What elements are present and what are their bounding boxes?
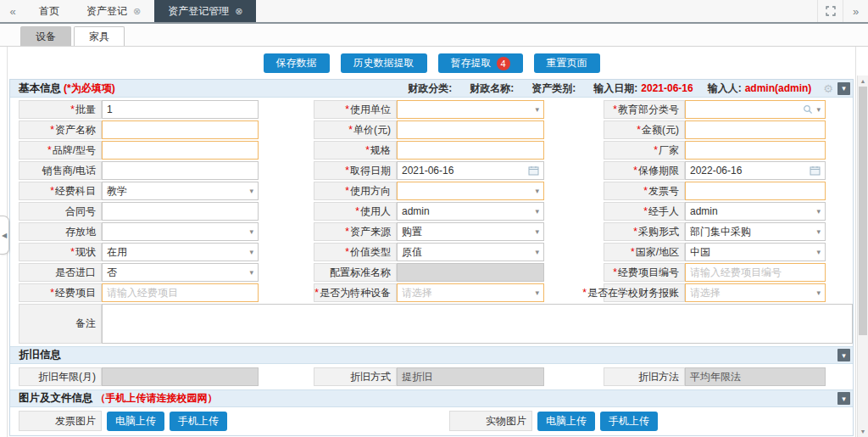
- funding-project-input[interactable]: [102, 283, 259, 302]
- asset-name-input[interactable]: [102, 120, 259, 139]
- chevron-down-icon: ▾: [535, 248, 539, 256]
- expand-tabs-right-icon[interactable]: »: [843, 0, 868, 22]
- calendar-icon[interactable]: [810, 165, 821, 176]
- purchase-method-select[interactable]: 部门集中采购▾: [685, 222, 826, 241]
- basic-info-form: *批量 *使用单位 ▾ *教育部分类号 ▾: [10, 98, 853, 344]
- contract-no-input[interactable]: [102, 202, 259, 221]
- reset-page-button[interactable]: 重置页面: [534, 53, 600, 73]
- asset-source-label: *资产来源: [314, 222, 397, 241]
- tab-asset-register[interactable]: 资产登记 ⊗: [73, 0, 154, 22]
- chevron-down-icon: ▾: [816, 248, 821, 256]
- form-row: *品牌/型号 *规格 *厂家: [19, 141, 853, 160]
- form-row: *现状 在用▾ *价值类型 原值▾ *国家/地区 中国▾: [19, 243, 853, 261]
- files-header: 图片及文件信息 （手机上传请连接校园网） ▾: [10, 389, 853, 407]
- form-row: 折旧年限(月) 折旧方式 提折旧 折旧方法 平均年限法: [19, 367, 853, 386]
- tab-home[interactable]: 首页: [25, 0, 73, 22]
- asset-registration-screen: « 首页 资产登记 ⊗ 资产登记管理 ⊗ » 设备 家具 保存数据: [0, 0, 868, 437]
- funding-project-no-label: *经费项目编号: [604, 263, 685, 282]
- config-standard-name-label: 配置标准名称: [314, 263, 397, 282]
- current-status-label: *现状: [19, 243, 102, 261]
- is-special-equipment-label: *是否为特种设备: [314, 283, 397, 302]
- form-panel: 基本信息 (*为必填项) 财政分类: 财政名称: 资产类别: 输入日期:2021…: [9, 79, 854, 436]
- edu-category-code-select[interactable]: ▾: [685, 100, 826, 119]
- remark-row: 备注: [19, 304, 853, 344]
- funding-subject-select[interactable]: 教学▾: [102, 182, 259, 200]
- chevron-left-icon: ◀: [2, 232, 7, 239]
- invoice-pc-upload-button[interactable]: 电脑上传: [107, 412, 164, 431]
- is-school-finance-reimburse-select[interactable]: 请选择▾: [685, 283, 826, 302]
- remark-input[interactable]: [102, 304, 853, 344]
- tab-asset-register-manage[interactable]: 资产登记管理 ⊗: [154, 0, 256, 22]
- using-unit-select[interactable]: ▾: [397, 100, 544, 119]
- gear-icon[interactable]: ⚙: [823, 82, 833, 95]
- specification-input[interactable]: [397, 141, 544, 160]
- save-data-button[interactable]: 保存数据: [264, 53, 330, 73]
- warranty-date-input[interactable]: 2022-06-16: [685, 161, 826, 180]
- collapse-panel-handle[interactable]: ◀: [0, 216, 9, 255]
- funding-project-no-input[interactable]: [685, 263, 826, 282]
- depreciation-method-label: 折旧方法: [604, 367, 685, 386]
- chevron-down-icon: ▾: [816, 227, 821, 236]
- seller-phone-input[interactable]: [102, 161, 259, 180]
- tab-equipment[interactable]: 设备: [20, 26, 71, 46]
- collapse-basic-section-icon[interactable]: ▾: [837, 82, 850, 95]
- collapse-depreciation-section-icon[interactable]: ▾: [837, 349, 850, 361]
- scroll-up-icon[interactable]: ▲: [858, 76, 868, 86]
- scroll-down-icon[interactable]: ▼: [858, 426, 868, 436]
- form-row: *经费项目 *是否为特种设备 请选择▾ *是否在学校财务报账 请选择▾: [19, 283, 853, 302]
- physical-image-group: 实物图片 电脑上传 手机上传: [449, 411, 658, 431]
- close-icon[interactable]: ⊗: [235, 6, 242, 17]
- storage-location-select[interactable]: ▾: [102, 222, 259, 241]
- search-icon[interactable]: [803, 104, 813, 115]
- depreciation-header: 折旧信息 ▾: [10, 346, 853, 364]
- chevron-down-icon: ▾: [816, 105, 821, 114]
- usage-direction-label: *使用方向: [314, 182, 397, 200]
- close-icon[interactable]: ⊗: [133, 6, 141, 17]
- value-type-select[interactable]: 原值▾: [397, 243, 544, 261]
- brand-model-input[interactable]: [102, 141, 259, 160]
- is-imported-label: 是否进口: [19, 263, 102, 282]
- tab-furniture[interactable]: 家具: [74, 26, 125, 46]
- chevron-down-icon: ▾: [249, 268, 253, 277]
- edu-category-code-label: *教育部分类号: [604, 100, 685, 119]
- upload-row: 发票图片 电脑上传 手机上传 实物图片 电脑上传 手机上传: [10, 407, 853, 435]
- history-extract-button[interactable]: 历史数据提取: [341, 53, 427, 73]
- form-row: *经费科目 教学▾ *使用方向 ▾ *发票号: [19, 182, 853, 200]
- vertical-scrollbar[interactable]: ▲ ▼: [857, 76, 868, 437]
- is-special-equipment-select[interactable]: 请选择▾: [397, 283, 544, 302]
- collapse-files-section-icon[interactable]: ▾: [837, 392, 850, 405]
- invoice-no-input[interactable]: [685, 182, 826, 200]
- is-school-finance-reimburse-label: *是否在学校财务报账: [604, 283, 685, 302]
- scrollbar-thumb[interactable]: [859, 87, 867, 335]
- fullscreen-icon[interactable]: [817, 0, 843, 22]
- invoice-phone-upload-button[interactable]: 手机上传: [170, 412, 227, 431]
- unit-price-input[interactable]: [397, 120, 544, 139]
- config-standard-name-input: [397, 263, 544, 282]
- current-status-select[interactable]: 在用▾: [102, 243, 259, 261]
- input-user-value: admin(admin): [745, 82, 812, 94]
- manufacturer-input[interactable]: [685, 141, 826, 160]
- handler-label: *经手人: [604, 202, 685, 221]
- depreciation-form: 折旧年限(月) 折旧方式 提折旧 折旧方法 平均年限法: [10, 364, 853, 389]
- usage-direction-select[interactable]: ▾: [397, 182, 544, 200]
- manufacturer-label: *厂家: [604, 141, 685, 160]
- temp-extract-button[interactable]: 暂存提取 4: [438, 53, 523, 73]
- amount-input[interactable]: [685, 120, 826, 139]
- depreciation-years-label: 折旧年限(月): [19, 367, 102, 386]
- physical-pc-upload-button[interactable]: 电脑上传: [537, 412, 595, 431]
- physical-phone-upload-button[interactable]: 手机上传: [600, 412, 658, 431]
- is-imported-select[interactable]: 否▾: [102, 263, 259, 282]
- handler-select[interactable]: admin▾: [685, 202, 826, 221]
- collapse-tabs-left-icon[interactable]: «: [0, 0, 25, 22]
- calendar-icon[interactable]: [528, 165, 539, 176]
- required-note: (*为必填项): [64, 81, 115, 96]
- purchase-method-label: *采购形式: [604, 222, 685, 241]
- asset-source-select[interactable]: 购置▾: [397, 222, 544, 241]
- country-region-select[interactable]: 中国▾: [685, 243, 826, 261]
- acquire-date-input[interactable]: 2021-06-16: [397, 161, 544, 180]
- form-row: 销售商/电话 *取得日期 2021-06-16 *保修期限 2022-06-16: [19, 161, 853, 180]
- files-title: 图片及文件信息: [19, 391, 93, 406]
- main-panel: 保存数据 历史数据提取 暂存提取 4 重置页面 基本信息 (*为必填项) 财政分…: [7, 47, 856, 437]
- user-select[interactable]: admin▾: [397, 202, 544, 221]
- batch-quantity-input[interactable]: [102, 100, 259, 119]
